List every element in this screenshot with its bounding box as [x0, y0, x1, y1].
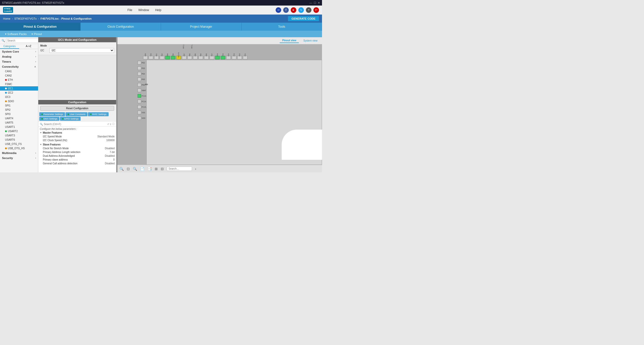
param-i2c-clock-speed-value[interactable]: 100000: [94, 139, 115, 142]
pin-pd2[interactable]: PD2: [237, 44, 242, 59]
pin-left-pe3[interactable]: PE3: [138, 65, 147, 71]
sidebar-item-spi1[interactable]: SPI1: [0, 103, 38, 108]
subtab-software-packs[interactable]: ▾ Software Packs: [5, 32, 26, 36]
pin-pb3[interactable]: PB3: [204, 44, 209, 59]
pin-left-pc13[interactable]: PC13..: [138, 93, 147, 99]
tab-pinout-configuration[interactable]: Pinout & Configuration: [0, 23, 81, 31]
tab-project-manager[interactable]: Project Manager: [161, 23, 242, 31]
layers-icon[interactable]: 📑: [147, 167, 152, 171]
pin-pd5[interactable]: PD5: [220, 44, 226, 59]
config-tab-nvic[interactable]: NVIC Settings: [88, 112, 109, 116]
pin-pd1[interactable]: PD1: [242, 44, 248, 59]
config-tab-gpio[interactable]: GPIO Settings: [60, 117, 81, 121]
config-tab-user-constants[interactable]: User Constants: [66, 112, 87, 116]
zoom-in-icon[interactable]: 🔍: [119, 167, 124, 171]
config-info-icon1[interactable]: ↺: [107, 123, 109, 126]
pin-vdd[interactable]: VDD: [143, 44, 148, 59]
sidebar-item-eth[interactable]: ETH: [0, 78, 38, 82]
sidebar-item-uart4[interactable]: UART4: [0, 116, 38, 121]
tab-clock-configuration[interactable]: Clock Configuration: [81, 23, 161, 31]
sidebar-item-uart5[interactable]: UART5: [0, 121, 38, 125]
pin-pe1[interactable]: PE1: [154, 44, 159, 59]
pin-pb9[interactable]: PB9: [165, 44, 170, 59]
pin-pb8[interactable]: PB8: [170, 44, 176, 59]
search-input[interactable]: [6, 39, 38, 43]
pin-left-pe5[interactable]: PE5: [138, 76, 147, 82]
maximize-icon[interactable]: ☐: [314, 1, 316, 5]
facebook-icon[interactable]: f: [283, 7, 289, 13]
config-info-icon2[interactable]: ℹ: [110, 123, 111, 126]
sidebar-item-can2[interactable]: CAN2: [0, 73, 38, 78]
param-general-call-value[interactable]: Disabled: [94, 162, 115, 165]
param-slave-address-value[interactable]: 0: [94, 158, 115, 161]
pin-left-pe4[interactable]: PE4: [138, 71, 147, 76]
tab-tools[interactable]: Tools: [242, 23, 322, 31]
sidebar-group-connectivity[interactable]: Connectivity ∧: [0, 64, 38, 69]
pin-pd6[interactable]: PD6: [215, 44, 220, 59]
sidebar-item-spi3[interactable]: SPI3: [0, 112, 38, 116]
pin-boot0[interactable]: BOOT0: [176, 44, 181, 59]
pin-left-pc14[interactable]: PC14..: [138, 99, 147, 104]
sidebar-item-i2c1[interactable]: I2C1: [0, 86, 38, 91]
sidebar-item-can1[interactable]: CAN1: [0, 69, 38, 73]
pin-left-vss[interactable]: VSS: [138, 110, 147, 115]
param-dual-address-value[interactable]: Disabled: [94, 155, 115, 157]
sidebar-item-i2c3[interactable]: I2C3: [0, 95, 38, 99]
search-go-icon[interactable]: ›: [195, 167, 196, 171]
sidebar-item-fsmc[interactable]: FSMC: [0, 82, 38, 86]
sidebar-group-system-core[interactable]: System Core ›: [0, 49, 38, 54]
system-view-button[interactable]: System view: [301, 39, 320, 43]
icon-10[interactable]: 10: [276, 7, 281, 13]
breadcrumb-home[interactable]: Home: [3, 17, 10, 20]
youtube-icon[interactable]: ▶: [291, 7, 296, 13]
sidebar-item-sdio[interactable]: SDIO: [0, 99, 38, 103]
config-info-icon3[interactable]: ⓘ: [112, 122, 115, 126]
pin-pb7[interactable]: PB7: [181, 44, 187, 59]
menu-file[interactable]: File: [127, 8, 132, 12]
pin-left-vdd[interactable]: VDD: [138, 115, 147, 121]
pin-pd4[interactable]: PD4: [226, 44, 231, 59]
sidebar-item-usart2[interactable]: USART2: [0, 129, 38, 133]
pin-left-pc15[interactable]: PC15..: [138, 104, 147, 110]
sidebar-group-timers[interactable]: Timers ›: [0, 59, 38, 64]
menu-window[interactable]: Window: [138, 8, 149, 12]
sidebar-group-security[interactable]: Security ›: [0, 156, 38, 161]
zoom-out-icon[interactable]: 🔍: [133, 167, 137, 171]
subtab-pinout[interactable]: ▾ Pinout: [31, 32, 42, 36]
config-tab-parameter[interactable]: Parameter Settings: [39, 112, 65, 116]
titlebar-controls[interactable]: — ☐ ✕: [309, 1, 320, 5]
master-features-group[interactable]: ▼ Master Features: [40, 131, 115, 134]
st-icon[interactable]: ST: [313, 7, 319, 13]
sidebar-tab-az[interactable]: A->Z: [19, 44, 38, 49]
param-address-length-value[interactable]: 7-bit: [94, 151, 115, 154]
network-icon[interactable]: ✦: [306, 7, 311, 13]
pin-vss[interactable]: VSS: [148, 44, 154, 59]
reset-config-button[interactable]: Reset Configuration: [40, 106, 114, 111]
table-icon[interactable]: ⊟: [161, 167, 164, 171]
pinout-view-button[interactable]: Pinout view: [280, 38, 299, 43]
sidebar-tab-categories[interactable]: Categories: [0, 44, 19, 49]
pin-left-pe2[interactable]: PE2: [138, 60, 147, 65]
pin-pb6[interactable]: PB6: [187, 44, 192, 59]
param-i2c-speed-mode-value[interactable]: Standard Mode: [94, 135, 115, 138]
sidebar-item-usart6[interactable]: USART6: [0, 138, 38, 142]
sidebar-item-usart1[interactable]: USART1: [0, 125, 38, 129]
param-clock-stretch-value[interactable]: Disabled: [94, 147, 115, 150]
pin-pe0[interactable]: PE0: [159, 44, 165, 59]
pin-pd7[interactable]: PD7: [209, 44, 215, 59]
twitter-icon[interactable]: 𝕏: [298, 7, 304, 13]
sidebar-group-multimedia[interactable]: Multimedia ›: [0, 150, 38, 156]
fit-screen-icon[interactable]: ⊡: [127, 167, 130, 171]
pin-pb5[interactable]: PB5: [192, 44, 198, 59]
sidebar-item-usb-otg-fs[interactable]: USB_OTG_FS: [0, 142, 38, 146]
sidebar-item-i2c2[interactable]: I2C2: [0, 91, 38, 95]
config-tab-dma[interactable]: DMA Settings: [39, 117, 59, 121]
breadcrumb-file[interactable]: F407VGT6.ioc - Pinout & Configuration: [41, 17, 92, 20]
minimize-icon[interactable]: —: [309, 1, 312, 5]
breadcrumb-device[interactable]: STM32F407VGTx: [14, 17, 37, 20]
sidebar-group-analog[interactable]: Analog ›: [0, 54, 38, 59]
generate-code-button[interactable]: GENERATE CODE: [288, 16, 319, 21]
sidebar-item-spi2[interactable]: SPI2: [0, 108, 38, 112]
grid-icon[interactable]: ⊞: [155, 167, 158, 171]
config-search-input[interactable]: [44, 123, 106, 126]
